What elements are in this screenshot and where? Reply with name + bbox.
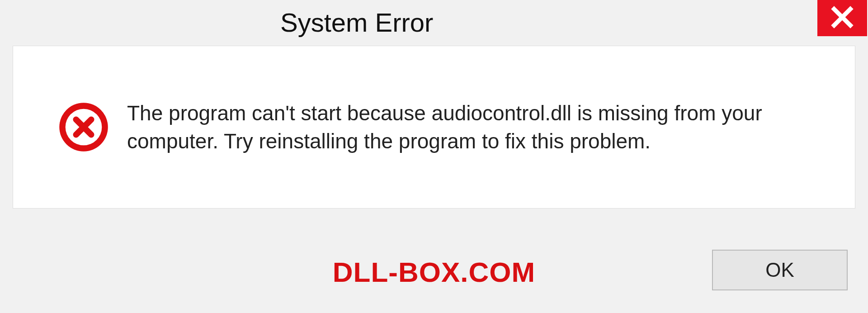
error-icon [58, 102, 109, 152]
watermark-text: DLL-BOX.COM [333, 256, 535, 288]
ok-button-label: OK [765, 259, 794, 281]
close-icon [830, 5, 854, 31]
window-title: System Error [0, 0, 433, 38]
ok-button[interactable]: OK [712, 250, 848, 290]
content-panel: The program can't start because audiocon… [13, 46, 855, 209]
titlebar: System Error [0, 0, 868, 38]
close-button[interactable] [817, 0, 867, 36]
footer: DLL-BOX.COM OK [0, 227, 868, 313]
error-message: The program can't start because audiocon… [127, 99, 783, 155]
